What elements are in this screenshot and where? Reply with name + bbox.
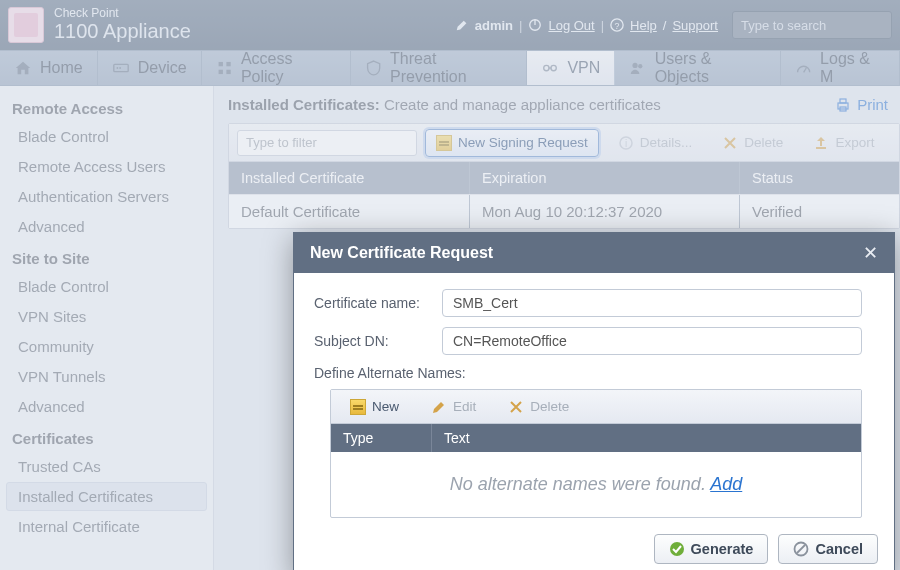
brand-bar: Check Point 1100 Appliance admin | Log O… (0, 0, 900, 50)
sidebar-group-certs: Certificates (0, 422, 213, 451)
help-link[interactable]: Help (630, 18, 657, 33)
tab-device[interactable]: Device (98, 51, 202, 85)
sidebar-item-trusted-cas[interactable]: Trusted CAs (6, 452, 207, 481)
device-icon (112, 59, 130, 77)
dialog-body: Certificate name: Subject DN: Define Alt… (294, 273, 894, 522)
table-row[interactable]: Default Certificate Mon Aug 10 20:12:37 … (229, 194, 899, 228)
info-icon: i (618, 135, 634, 151)
svg-rect-8 (218, 70, 222, 74)
sidebar-item-blade-control-2[interactable]: Blade Control (6, 272, 207, 301)
delete-button: Delete (711, 129, 794, 157)
cell-status: Verified (739, 195, 899, 228)
sidebar: Remote Access Blade Control Remote Acces… (0, 86, 214, 570)
svg-rect-15 (840, 99, 846, 103)
cancel-icon (793, 541, 809, 557)
sidebar-item-auth-servers[interactable]: Authentication Servers (6, 182, 207, 211)
sidebar-item-blade-control[interactable]: Blade Control (6, 122, 207, 151)
global-search-input[interactable] (732, 11, 892, 39)
print-button[interactable]: Print (835, 96, 888, 113)
col-header-expiration[interactable]: Expiration (469, 162, 739, 194)
pencil-icon (455, 18, 469, 32)
alt-toolbar: New Edit Delete (331, 390, 861, 424)
svg-rect-6 (218, 62, 222, 66)
tab-threat[interactable]: Threat Prevention (351, 51, 528, 85)
gauge-icon (795, 59, 812, 77)
details-button: i Details... (607, 129, 704, 157)
vpn-icon (541, 59, 559, 77)
support-link[interactable]: Support (672, 18, 718, 33)
filter-box[interactable] (237, 130, 417, 156)
svg-text:i: i (625, 138, 627, 149)
sidebar-group-remote: Remote Access (0, 92, 213, 121)
generate-button[interactable]: Generate (654, 534, 769, 564)
dialog-title: New Certificate Request (310, 244, 493, 262)
certificate-icon (436, 135, 452, 151)
sidebar-item-installed-certs[interactable]: Installed Certificates (6, 482, 207, 511)
col-header-name[interactable]: Installed Certificate (229, 162, 469, 194)
page-header: Installed Certificates: Create and manag… (228, 96, 900, 113)
tab-home[interactable]: Home (0, 51, 98, 85)
brand-logo (8, 7, 44, 43)
alt-edit-button: Edit (420, 393, 487, 421)
sidebar-item-vpn-sites[interactable]: VPN Sites (6, 302, 207, 331)
col-header-status[interactable]: Status (739, 162, 899, 194)
tab-access[interactable]: Access Policy (202, 51, 351, 85)
admin-label: admin (475, 18, 513, 33)
sidebar-item-advanced-1[interactable]: Advanced (6, 212, 207, 241)
alt-col-text[interactable]: Text (431, 424, 861, 452)
cancel-button[interactable]: Cancel (778, 534, 878, 564)
brand-line2: 1100 Appliance (54, 19, 191, 43)
users-icon (629, 59, 646, 77)
subject-dn-label: Subject DN: (314, 333, 442, 349)
sidebar-group-site: Site to Site (0, 242, 213, 271)
svg-point-12 (633, 63, 638, 68)
pencil-icon (431, 399, 447, 415)
cert-name-input[interactable] (442, 289, 862, 317)
cell-expiration: Mon Aug 10 20:12:37 2020 (469, 195, 739, 228)
subject-dn-input[interactable] (442, 327, 862, 355)
close-icon[interactable]: ✕ (863, 242, 878, 264)
help-icon: ? (610, 18, 624, 32)
alt-grid-header: Type Text (331, 424, 861, 452)
sidebar-item-internal-cert[interactable]: Internal Certificate (6, 512, 207, 541)
sidebar-item-vpn-tunnels[interactable]: VPN Tunnels (6, 362, 207, 391)
alt-add-link[interactable]: Add (710, 474, 742, 494)
separator: | (519, 18, 522, 33)
svg-rect-20 (816, 147, 826, 149)
brand-text: Check Point 1100 Appliance (54, 7, 191, 43)
sidebar-item-community[interactable]: Community (6, 332, 207, 361)
alt-new-button[interactable]: New (339, 393, 410, 421)
sidebar-item-advanced-2[interactable]: Advanced (6, 392, 207, 421)
export-icon (813, 135, 829, 151)
certificates-grid: New Signing Request i Details... Delete … (228, 123, 900, 229)
alt-empty-message: No alternate names were found. Add (331, 452, 861, 517)
grid-header: Installed Certificate Expiration Status (229, 162, 899, 194)
brand-line1: Check Point (54, 7, 191, 19)
filter-input[interactable] (244, 134, 416, 151)
brand-right: admin | Log Out | ? Help/Support (455, 11, 892, 39)
tab-users[interactable]: Users & Objects (615, 51, 780, 85)
tab-logs[interactable]: Logs & M (781, 51, 900, 85)
svg-text:?: ? (615, 21, 620, 31)
dialog-title-bar[interactable]: New Certificate Request ✕ (294, 233, 894, 273)
grid-toolbar: New Signing Request i Details... Delete … (229, 124, 899, 162)
svg-rect-9 (226, 70, 230, 74)
dialog-footer: Generate Cancel (294, 522, 894, 570)
page-title-rest: Create and manage appliance certificates (380, 96, 661, 113)
delete-icon (508, 399, 524, 415)
alternate-names-grid: New Edit Delete Type Text No alternate n… (330, 389, 862, 518)
tab-vpn[interactable]: VPN (527, 51, 615, 85)
alt-col-type[interactable]: Type (331, 424, 431, 452)
cell-name: Default Certificate (229, 195, 469, 228)
cert-name-label: Certificate name: (314, 295, 442, 311)
check-icon (669, 541, 685, 557)
grid-icon (216, 59, 233, 77)
export-button: Export (802, 129, 885, 157)
svg-point-21 (670, 542, 684, 556)
logout-link[interactable]: Log Out (548, 18, 594, 33)
power-icon (528, 18, 542, 32)
shield-icon (365, 59, 382, 77)
print-icon (835, 97, 851, 113)
new-signing-request-button[interactable]: New Signing Request (425, 129, 599, 157)
sidebar-item-remote-users[interactable]: Remote Access Users (6, 152, 207, 181)
